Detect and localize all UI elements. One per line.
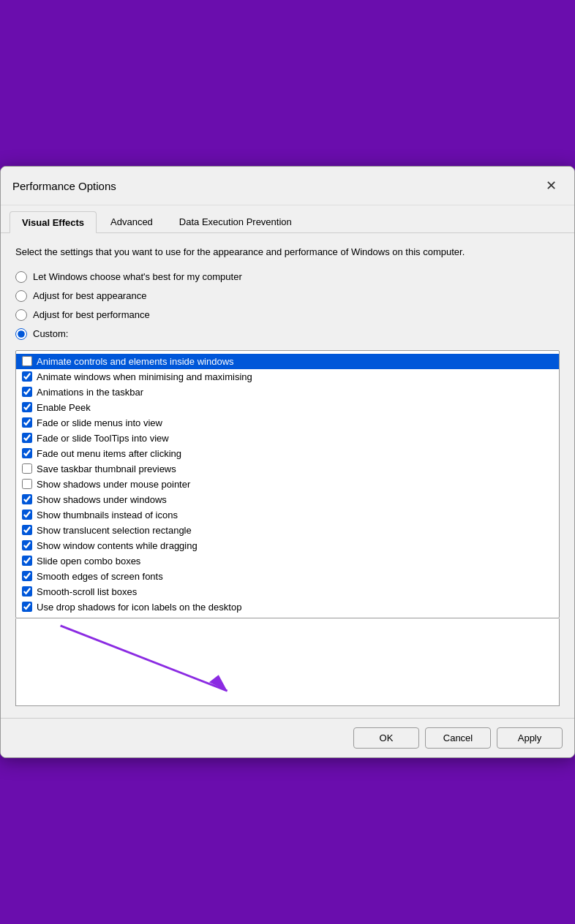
description-text: Select the settings that you want to use… bbox=[15, 245, 560, 260]
ok-button[interactable]: OK bbox=[353, 727, 419, 749]
label-show-thumbnails: Show thumbnails instead of icons bbox=[37, 510, 178, 520]
list-item-smooth-edges[interactable]: Smooth edges of screen fonts bbox=[16, 569, 559, 584]
label-enable-peek: Enable Peek bbox=[37, 402, 91, 413]
label-drop-shadows: Use drop shadows for icon labels on the … bbox=[37, 602, 241, 613]
radio-custom[interactable]: Custom: bbox=[15, 328, 560, 340]
label-show-shadows-windows: Show shadows under windows bbox=[37, 494, 167, 505]
checkbox-animate-controls[interactable] bbox=[22, 356, 32, 366]
list-item-show-thumbnails[interactable]: Show thumbnails instead of icons bbox=[16, 507, 559, 523]
effects-list: Animate controls and elements inside win… bbox=[15, 350, 560, 618]
checkbox-fade-menu-items[interactable] bbox=[22, 448, 32, 458]
label-show-window-contents: Show window contents while dragging bbox=[37, 540, 198, 551]
label-show-shadows-pointer: Show shadows under mouse pointer bbox=[37, 479, 190, 490]
checkbox-show-shadows-windows[interactable] bbox=[22, 494, 32, 504]
close-button[interactable]: ✕ bbox=[539, 174, 563, 197]
list-item-drop-shadows[interactable]: Use drop shadows for icon labels on the … bbox=[16, 599, 559, 615]
tab-advanced[interactable]: Advanced bbox=[98, 211, 165, 232]
radio-let-windows[interactable]: Let Windows choose what's best for my co… bbox=[15, 271, 560, 283]
radio-best-appearance[interactable]: Adjust for best appearance bbox=[15, 290, 560, 302]
label-fade-tooltips: Fade or slide ToolTips into view bbox=[37, 433, 169, 444]
checkbox-smooth-edges[interactable] bbox=[22, 571, 32, 581]
title-bar: Performance Options ✕ bbox=[1, 167, 574, 205]
label-smooth-scroll: Smooth-scroll list boxes bbox=[37, 586, 137, 597]
list-item-fade-menus[interactable]: Fade or slide menus into view bbox=[16, 415, 559, 431]
label-smooth-edges: Smooth edges of screen fonts bbox=[37, 571, 163, 582]
checkbox-fade-tooltips[interactable] bbox=[22, 433, 32, 443]
window-title: Performance Options bbox=[12, 180, 116, 192]
arrow-svg bbox=[16, 618, 559, 705]
checkbox-show-window-contents[interactable] bbox=[22, 540, 32, 550]
checkbox-drop-shadows[interactable] bbox=[22, 602, 32, 612]
list-item-show-translucent[interactable]: Show translucent selection rectangle bbox=[16, 523, 559, 538]
list-item-animations-taskbar[interactable]: Animations in the taskbar bbox=[16, 385, 559, 400]
tab-content: Select the settings that you want to use… bbox=[1, 233, 574, 718]
checkbox-animate-windows[interactable] bbox=[22, 371, 32, 382]
checkbox-animations-taskbar[interactable] bbox=[22, 387, 32, 397]
radio-best-performance-input[interactable] bbox=[15, 309, 27, 321]
performance-options-window: Performance Options ✕ Visual Effects Adv… bbox=[0, 166, 575, 758]
checkbox-enable-peek[interactable] bbox=[22, 402, 32, 412]
radio-best-performance[interactable]: Adjust for best performance bbox=[15, 309, 560, 321]
label-fade-menu-items: Fade out menu items after clicking bbox=[37, 448, 181, 459]
list-item-enable-peek[interactable]: Enable Peek bbox=[16, 400, 559, 415]
checkbox-slide-combo[interactable] bbox=[22, 556, 32, 566]
list-item-show-window-contents[interactable]: Show window contents while dragging bbox=[16, 538, 559, 553]
checkbox-show-shadows-pointer[interactable] bbox=[22, 479, 32, 489]
radio-best-appearance-input[interactable] bbox=[15, 290, 27, 302]
list-item-fade-tooltips[interactable]: Fade or slide ToolTips into view bbox=[16, 431, 559, 446]
label-save-thumbnails: Save taskbar thumbnail previews bbox=[37, 463, 176, 474]
label-animations-taskbar: Animations in the taskbar bbox=[37, 387, 143, 398]
radio-group: Let Windows choose what's best for my co… bbox=[15, 271, 560, 340]
footer: OK Cancel Apply bbox=[1, 718, 574, 757]
radio-best-performance-label: Adjust for best performance bbox=[33, 309, 150, 320]
svg-line-0 bbox=[61, 626, 228, 691]
apply-button[interactable]: Apply bbox=[497, 727, 563, 749]
label-animate-controls: Animate controls and elements inside win… bbox=[37, 356, 234, 367]
checkbox-show-thumbnails[interactable] bbox=[22, 510, 32, 520]
radio-custom-label: Custom: bbox=[33, 328, 68, 339]
list-item-smooth-scroll[interactable]: Smooth-scroll list boxes bbox=[16, 584, 559, 599]
radio-let-windows-label: Let Windows choose what's best for my co… bbox=[33, 271, 242, 282]
label-fade-menus: Fade or slide menus into view bbox=[37, 417, 162, 428]
label-animate-windows: Animate windows when minimising and maxi… bbox=[37, 371, 252, 382]
cancel-button[interactable]: Cancel bbox=[425, 727, 491, 749]
checkbox-fade-menus[interactable] bbox=[22, 417, 32, 428]
tab-visual-effects[interactable]: Visual Effects bbox=[10, 211, 97, 233]
tab-dep[interactable]: Data Execution Prevention bbox=[167, 211, 304, 232]
list-item-show-shadows-windows[interactable]: Show shadows under windows bbox=[16, 492, 559, 507]
radio-custom-input[interactable] bbox=[15, 328, 27, 340]
checkbox-save-thumbnails[interactable] bbox=[22, 463, 32, 474]
list-item-animate-controls[interactable]: Animate controls and elements inside win… bbox=[16, 354, 559, 369]
arrow-annotation-area bbox=[15, 618, 560, 706]
label-slide-combo: Slide open combo boxes bbox=[37, 556, 140, 567]
checkbox-show-translucent[interactable] bbox=[22, 525, 32, 535]
list-item-slide-combo[interactable]: Slide open combo boxes bbox=[16, 553, 559, 569]
checkbox-smooth-scroll[interactable] bbox=[22, 586, 32, 597]
tab-bar: Visual Effects Advanced Data Execution P… bbox=[1, 205, 574, 233]
list-item-show-shadows-pointer[interactable]: Show shadows under mouse pointer bbox=[16, 477, 559, 492]
list-item-animate-windows[interactable]: Animate windows when minimising and maxi… bbox=[16, 369, 559, 385]
radio-best-appearance-label: Adjust for best appearance bbox=[33, 290, 146, 301]
label-show-translucent: Show translucent selection rectangle bbox=[37, 525, 192, 536]
list-item-fade-menu-items[interactable]: Fade out menu items after clicking bbox=[16, 446, 559, 461]
radio-let-windows-input[interactable] bbox=[15, 271, 27, 283]
list-item-save-thumbnails[interactable]: Save taskbar thumbnail previews bbox=[16, 461, 559, 477]
